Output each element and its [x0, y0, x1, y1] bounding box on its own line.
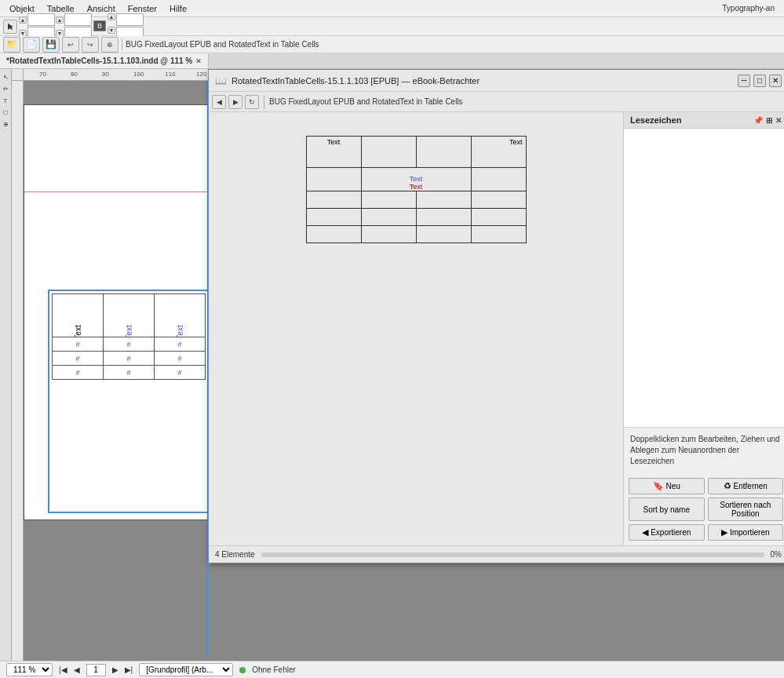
- main-content: ↖ ✏ T □ ⊕ 70 80 90 100 110 120: [0, 69, 784, 661]
- ruler-corner: [12, 69, 24, 81]
- ebook-table: Text Text: [306, 136, 527, 243]
- bookmarks-export-btn[interactable]: ◀ Exportieren: [629, 524, 705, 541]
- ruler-horizontal: 70 80 90 100 110 120: [24, 69, 208, 81]
- canvas-cell-2-2: #: [104, 352, 155, 366]
- page-nav-right-btn[interactable]: ▶: [112, 665, 119, 674]
- new-bookmark-icon: 🔖: [653, 481, 664, 491]
- bookmarks-close-icon[interactable]: ✕: [775, 116, 782, 125]
- tool-zoom[interactable]: ⊕: [1, 119, 11, 129]
- zoom-dropdown[interactable]: 111 %: [6, 663, 53, 676]
- canvas-table: Text Text Text #: [52, 293, 206, 380]
- ebook-header-tr: Text: [509, 138, 523, 146]
- bookmarks-btn-row-2: Sort by name Sortieren nach Position: [629, 498, 783, 521]
- bookmarks-sort-position-btn[interactable]: Sortieren nach Position: [708, 498, 784, 521]
- ebook-mid-blue: Text: [410, 175, 423, 183]
- page-nav-left-btn[interactable]: ◀: [74, 665, 80, 674]
- status-dot: [239, 667, 246, 673]
- tab-close-btn[interactable]: ✕: [195, 57, 202, 65]
- toolbar-x-up[interactable]: ▲: [19, 16, 27, 24]
- error-status-label: Ohne Fehler: [252, 665, 296, 674]
- breadcrumb-toolbar: 📁 📄 💾 ↩ ↪ ⊕ BUG FixedLayout EPUB and Rot…: [0, 36, 784, 53]
- canvas-table-header-2: Text: [125, 325, 133, 337]
- canvas-cell-1-3: #: [155, 337, 206, 352]
- tab-bar: *RotatedTextInTableCells-15.1.1.103.indd…: [0, 53, 784, 69]
- import-icon: ▶: [721, 527, 727, 538]
- dialog-close-btn[interactable]: ✕: [769, 75, 782, 87]
- export-icon: ◀: [642, 527, 648, 538]
- elements-count: 4 Elemente: [215, 550, 255, 559]
- dialog-back-btn[interactable]: ◀: [212, 95, 226, 109]
- canvas-surface: Text Text Text #: [24, 81, 208, 661]
- document-page: Text Text Text #: [24, 104, 208, 520]
- bookmarks-expand-icon[interactable]: ⊞: [766, 116, 772, 125]
- ruler-vertical: [12, 81, 24, 661]
- tool-arrow[interactable]: ↖: [1, 72, 11, 82]
- tool-pen[interactable]: ✏: [1, 84, 11, 94]
- nav-folder-btn[interactable]: 📁: [3, 37, 20, 53]
- app-title-right: Typography-an: [722, 4, 781, 13]
- canvas-area: 70 80 90 100 110 120: [12, 69, 208, 661]
- dialog-path-label: BUG FixedLayout EPUB and RotatedText in …: [269, 97, 463, 106]
- page-number-input[interactable]: [86, 664, 106, 676]
- bookmarks-title: Lesezeichen: [630, 115, 681, 125]
- app-window: Objekt Tabelle Ansicht Fenster Hilfe Typ…: [0, 0, 784, 678]
- bookmarks-list: [624, 129, 784, 427]
- bookmarks-header-icons: 📌 ⊞ ✕: [753, 116, 782, 125]
- bookmarks-remove-btn[interactable]: ♻ Entfernen: [708, 478, 784, 494]
- dialog-maximize-btn[interactable]: □: [753, 75, 766, 87]
- toolbar-angle-up[interactable]: ▲: [108, 13, 115, 20]
- nav-save-btn[interactable]: 💾: [42, 37, 60, 53]
- dialog-title-bar: 📖 RotatedTextInTableCells-15.1.1.103 [EP…: [209, 70, 784, 92]
- nav-new-btn[interactable]: 📄: [23, 37, 40, 53]
- ebook-dialog: 📖 RotatedTextInTableCells-15.1.1.103 [EP…: [208, 69, 784, 563]
- toolbar-x-field[interactable]: [27, 13, 55, 26]
- dialog-toolbar: ◀ ▶ ↻ BUG FixedLayout EPUB and RotatedTe…: [209, 92, 784, 112]
- bookmarks-sort-name-btn[interactable]: Sort by name: [629, 498, 705, 521]
- toolbar-width-up[interactable]: ▲: [56, 16, 64, 24]
- canvas-cell-3-3: #: [155, 366, 206, 380]
- canvas-table-header-3: Text: [176, 325, 184, 337]
- ebook-table-wrapper: Text Text: [306, 136, 527, 243]
- toolbar-width-field[interactable]: [64, 13, 92, 26]
- toolbar-angle-down[interactable]: ▼: [108, 27, 115, 34]
- nav-extra-btn[interactable]: ⊕: [101, 37, 119, 53]
- nav-redo-btn[interactable]: ↪: [82, 37, 99, 53]
- ebook-icon: 📖: [215, 75, 227, 86]
- status-bar: 111 % |◀ ◀ ▶ ▶| [Grundprofil] (Arb... Oh…: [0, 661, 784, 678]
- remove-bookmark-icon: ♻: [724, 481, 731, 491]
- bookmarks-new-btn[interactable]: 🔖 Neu: [629, 478, 705, 494]
- dialog-body: Text Text: [209, 112, 784, 545]
- tool-shape[interactable]: □: [1, 108, 11, 118]
- canvas-cell-2-3: #: [155, 352, 206, 366]
- bookmarks-pin-icon[interactable]: 📌: [753, 116, 763, 125]
- canvas-cell-3-2: #: [104, 366, 155, 380]
- breadcrumb-label: BUG FixedLayout EPUB and RotatedText in …: [126, 40, 319, 49]
- ebook-content-area: Text Text: [209, 112, 623, 545]
- right-area: 📖 RotatedTextInTableCells-15.1.1.103 [EP…: [208, 69, 784, 661]
- canvas-cell-3-1: #: [53, 366, 104, 380]
- tool-text[interactable]: T: [1, 96, 11, 106]
- bookmarks-buttons: 🔖 Neu ♻ Entfernen Sort by nam: [624, 473, 784, 545]
- bookmarks-btn-row-1: 🔖 Neu ♻ Entfernen: [629, 478, 783, 494]
- ebook-status-bar: 4 Elemente 0%: [209, 545, 784, 563]
- toolbar-angle-field[interactable]: [116, 13, 144, 26]
- canvas-cell-1-2: #: [104, 337, 155, 352]
- guide-line-pink: [24, 191, 208, 192]
- ebook-header-tl: Text: [327, 138, 341, 146]
- toolbar-select-btn[interactable]: [3, 20, 17, 34]
- nav-undo-btn[interactable]: ↩: [62, 37, 79, 53]
- page-nav-last-btn[interactable]: ▶|: [125, 665, 133, 674]
- document-tab[interactable]: *RotatedTextInTableCells-15.1.1.103.indd…: [0, 53, 209, 68]
- dialog-forward-btn[interactable]: ▶: [228, 95, 242, 109]
- bookmarks-import-btn[interactable]: ▶ Importieren: [708, 524, 784, 541]
- bookmarks-header: Lesezeichen 📌 ⊞ ✕: [624, 112, 784, 129]
- canvas-cell-2-1: #: [53, 352, 104, 366]
- page-nav-prev-btn[interactable]: |◀: [59, 665, 67, 674]
- dialog-reload-btn[interactable]: ↻: [245, 95, 259, 109]
- canvas-table-header-1: Text: [74, 325, 82, 337]
- bookmarks-panel: Lesezeichen 📌 ⊞ ✕ Doppelklicken zum Bear: [623, 112, 784, 545]
- dialog-minimize-btn[interactable]: ─: [738, 75, 750, 87]
- profile-dropdown[interactable]: [Grundprofil] (Arb...: [139, 663, 233, 676]
- dialog-controls: ─ □ ✕: [738, 75, 782, 87]
- menu-hilfe[interactable]: Hilfe: [163, 2, 193, 15]
